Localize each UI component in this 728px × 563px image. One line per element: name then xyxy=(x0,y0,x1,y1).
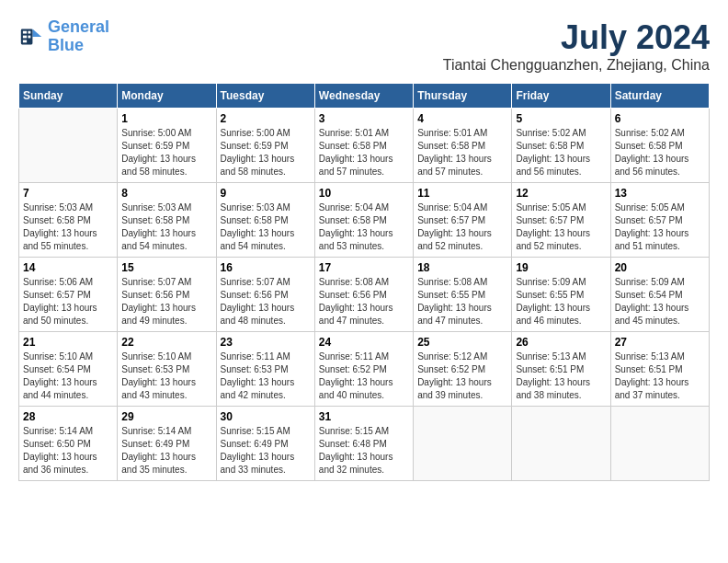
calendar-cell: 29Sunrise: 5:14 AM Sunset: 6:49 PM Dayli… xyxy=(118,407,216,481)
calendar-cell: 22Sunrise: 5:10 AM Sunset: 6:53 PM Dayli… xyxy=(118,332,216,407)
calendar-cell xyxy=(610,407,709,481)
day-info: Sunrise: 5:02 AM Sunset: 6:58 PM Dayligh… xyxy=(615,127,705,178)
calendar-cell: 4Sunrise: 5:01 AM Sunset: 6:58 PM Daylig… xyxy=(414,109,512,183)
month-title: July 2024 xyxy=(443,18,710,57)
calendar-cell: 8Sunrise: 5:03 AM Sunset: 6:58 PM Daylig… xyxy=(118,183,216,258)
location-title: Tiantai Chengguanzhen, Zhejiang, China xyxy=(443,57,710,74)
calendar-cell: 1Sunrise: 5:00 AM Sunset: 6:59 PM Daylig… xyxy=(118,109,216,183)
calendar-week-row: 21Sunrise: 5:10 AM Sunset: 6:54 PM Dayli… xyxy=(19,332,710,407)
day-number: 29 xyxy=(121,410,211,423)
calendar-table: SundayMondayTuesdayWednesdayThursdayFrid… xyxy=(18,83,710,481)
day-number: 6 xyxy=(615,112,705,125)
day-number: 21 xyxy=(23,336,113,349)
day-number: 28 xyxy=(23,410,113,423)
day-info: Sunrise: 5:11 AM Sunset: 6:53 PM Dayligh… xyxy=(221,350,311,402)
calendar-cell xyxy=(414,407,512,481)
calendar-cell: 16Sunrise: 5:07 AM Sunset: 6:56 PM Dayli… xyxy=(216,258,314,332)
day-info: Sunrise: 5:14 AM Sunset: 6:50 PM Dayligh… xyxy=(23,425,113,477)
calendar-cell: 3Sunrise: 5:01 AM Sunset: 6:58 PM Daylig… xyxy=(314,109,413,183)
calendar-cell: 14Sunrise: 5:06 AM Sunset: 6:57 PM Dayli… xyxy=(19,258,118,332)
calendar-cell: 15Sunrise: 5:07 AM Sunset: 6:56 PM Dayli… xyxy=(118,258,216,332)
col-header-friday: Friday xyxy=(512,84,610,109)
calendar-cell: 9Sunrise: 5:03 AM Sunset: 6:58 PM Daylig… xyxy=(216,183,314,258)
calendar-week-row: 7Sunrise: 5:03 AM Sunset: 6:58 PM Daylig… xyxy=(19,183,710,258)
calendar-cell: 27Sunrise: 5:13 AM Sunset: 6:51 PM Dayli… xyxy=(610,332,709,407)
day-info: Sunrise: 5:15 AM Sunset: 6:48 PM Dayligh… xyxy=(319,425,409,477)
day-number: 26 xyxy=(516,336,606,349)
logo: General Blue xyxy=(18,18,109,55)
day-info: Sunrise: 5:06 AM Sunset: 6:57 PM Dayligh… xyxy=(23,276,113,327)
day-info: Sunrise: 5:15 AM Sunset: 6:49 PM Dayligh… xyxy=(221,425,311,477)
day-number: 7 xyxy=(23,187,113,200)
day-info: Sunrise: 5:03 AM Sunset: 6:58 PM Dayligh… xyxy=(221,201,311,253)
col-header-thursday: Thursday xyxy=(414,84,512,109)
calendar-cell: 31Sunrise: 5:15 AM Sunset: 6:48 PM Dayli… xyxy=(314,407,413,481)
col-header-wednesday: Wednesday xyxy=(314,84,413,109)
calendar-cell xyxy=(512,407,610,481)
day-number: 27 xyxy=(615,336,705,349)
calendar-week-row: 28Sunrise: 5:14 AM Sunset: 6:50 PM Dayli… xyxy=(19,407,710,481)
calendar-cell: 5Sunrise: 5:02 AM Sunset: 6:58 PM Daylig… xyxy=(512,109,610,183)
day-info: Sunrise: 5:05 AM Sunset: 6:57 PM Dayligh… xyxy=(516,201,606,253)
calendar-cell: 30Sunrise: 5:15 AM Sunset: 6:49 PM Dayli… xyxy=(216,407,314,481)
calendar-cell: 25Sunrise: 5:12 AM Sunset: 6:52 PM Dayli… xyxy=(414,332,512,407)
day-number: 10 xyxy=(319,187,409,200)
day-number: 22 xyxy=(121,336,211,349)
day-info: Sunrise: 5:03 AM Sunset: 6:58 PM Dayligh… xyxy=(23,201,113,253)
calendar-cell: 19Sunrise: 5:09 AM Sunset: 6:55 PM Dayli… xyxy=(512,258,610,332)
day-number: 8 xyxy=(121,187,211,200)
svg-marker-1 xyxy=(32,29,41,36)
day-info: Sunrise: 5:10 AM Sunset: 6:53 PM Dayligh… xyxy=(121,350,211,402)
calendar-cell: 24Sunrise: 5:11 AM Sunset: 6:52 PM Dayli… xyxy=(314,332,413,407)
day-info: Sunrise: 5:09 AM Sunset: 6:55 PM Dayligh… xyxy=(516,276,606,327)
day-info: Sunrise: 5:08 AM Sunset: 6:56 PM Dayligh… xyxy=(319,276,409,327)
calendar-cell: 28Sunrise: 5:14 AM Sunset: 6:50 PM Dayli… xyxy=(19,407,118,481)
calendar-cell: 23Sunrise: 5:11 AM Sunset: 6:53 PM Dayli… xyxy=(216,332,314,407)
day-info: Sunrise: 5:04 AM Sunset: 6:58 PM Dayligh… xyxy=(319,201,409,253)
day-number: 4 xyxy=(417,112,507,125)
day-info: Sunrise: 5:12 AM Sunset: 6:52 PM Dayligh… xyxy=(417,350,507,402)
calendar-week-row: 1Sunrise: 5:00 AM Sunset: 6:59 PM Daylig… xyxy=(19,109,710,183)
col-header-tuesday: Tuesday xyxy=(216,84,314,109)
day-number: 11 xyxy=(417,187,507,200)
calendar-cell: 13Sunrise: 5:05 AM Sunset: 6:57 PM Dayli… xyxy=(610,183,709,258)
svg-rect-3 xyxy=(23,30,27,33)
calendar-cell: 20Sunrise: 5:09 AM Sunset: 6:54 PM Dayli… xyxy=(610,258,709,332)
day-info: Sunrise: 5:14 AM Sunset: 6:49 PM Dayligh… xyxy=(121,425,211,477)
calendar-week-row: 14Sunrise: 5:06 AM Sunset: 6:57 PM Dayli… xyxy=(19,258,710,332)
calendar-header-row: SundayMondayTuesdayWednesdayThursdayFrid… xyxy=(19,84,710,109)
day-number: 18 xyxy=(417,261,507,274)
day-info: Sunrise: 5:02 AM Sunset: 6:58 PM Dayligh… xyxy=(516,127,606,178)
title-section: July 2024 Tiantai Chengguanzhen, Zhejian… xyxy=(443,18,710,74)
day-number: 15 xyxy=(121,261,211,274)
page-header: General Blue July 2024 Tiantai Chengguan… xyxy=(18,18,710,74)
calendar-cell xyxy=(19,109,118,183)
day-number: 9 xyxy=(221,187,311,200)
day-info: Sunrise: 5:09 AM Sunset: 6:54 PM Dayligh… xyxy=(615,276,705,327)
calendar-cell: 6Sunrise: 5:02 AM Sunset: 6:58 PM Daylig… xyxy=(610,109,709,183)
day-info: Sunrise: 5:00 AM Sunset: 6:59 PM Dayligh… xyxy=(221,127,311,178)
day-number: 12 xyxy=(516,187,606,200)
calendar-cell: 26Sunrise: 5:13 AM Sunset: 6:51 PM Dayli… xyxy=(512,332,610,407)
day-number: 17 xyxy=(319,261,409,274)
day-number: 5 xyxy=(516,112,606,125)
day-info: Sunrise: 5:08 AM Sunset: 6:55 PM Dayligh… xyxy=(417,276,507,327)
day-number: 2 xyxy=(221,112,311,125)
day-info: Sunrise: 5:10 AM Sunset: 6:54 PM Dayligh… xyxy=(23,350,113,402)
day-number: 1 xyxy=(121,112,211,125)
day-number: 14 xyxy=(23,261,113,274)
calendar-cell: 12Sunrise: 5:05 AM Sunset: 6:57 PM Dayli… xyxy=(512,183,610,258)
day-number: 24 xyxy=(319,336,409,349)
calendar-cell: 21Sunrise: 5:10 AM Sunset: 6:54 PM Dayli… xyxy=(19,332,118,407)
day-info: Sunrise: 5:11 AM Sunset: 6:52 PM Dayligh… xyxy=(319,350,409,402)
day-number: 23 xyxy=(221,336,311,349)
svg-rect-7 xyxy=(23,40,27,42)
day-info: Sunrise: 5:04 AM Sunset: 6:57 PM Dayligh… xyxy=(417,201,507,253)
calendar-cell: 11Sunrise: 5:04 AM Sunset: 6:57 PM Dayli… xyxy=(414,183,512,258)
col-header-sunday: Sunday xyxy=(19,84,118,109)
day-number: 30 xyxy=(221,410,311,423)
day-info: Sunrise: 5:07 AM Sunset: 6:56 PM Dayligh… xyxy=(121,276,211,327)
calendar-cell: 7Sunrise: 5:03 AM Sunset: 6:58 PM Daylig… xyxy=(19,183,118,258)
day-info: Sunrise: 5:07 AM Sunset: 6:56 PM Dayligh… xyxy=(221,276,311,327)
day-number: 3 xyxy=(319,112,409,125)
